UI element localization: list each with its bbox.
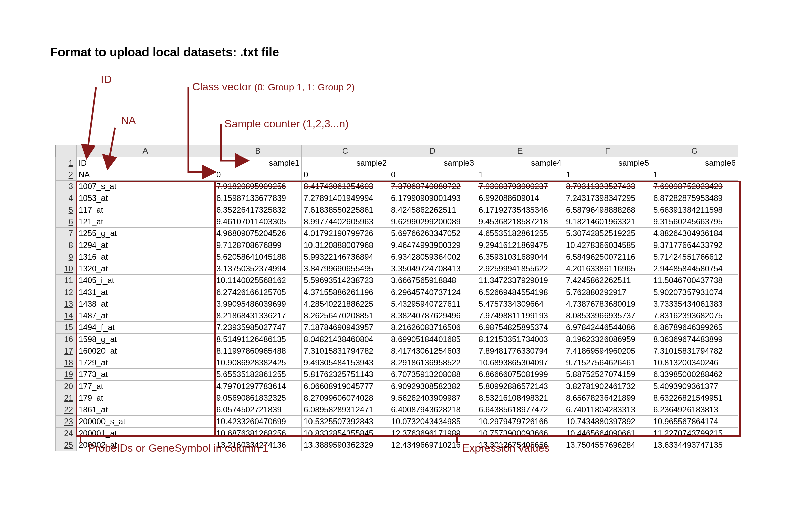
cell[interactable]: 6.0574502721839 <box>214 404 302 416</box>
cell[interactable]: 6.64385618977472 <box>477 404 564 416</box>
cell[interactable]: 3.13750352374994 <box>214 263 302 275</box>
cell[interactable]: 1494_f_at <box>77 322 214 334</box>
cell[interactable]: 9.05690861832325 <box>214 392 302 404</box>
cell[interactable]: 1861_at <box>77 404 214 416</box>
cell[interactable]: 1294_at <box>77 240 214 251</box>
cell[interactable]: 121_at <box>77 216 214 228</box>
cell[interactable]: 0 <box>389 169 477 181</box>
cell[interactable]: 6.97842446544086 <box>564 322 651 334</box>
cell[interactable]: 7.41869594960205 <box>564 345 651 357</box>
cell[interactable]: 3.73335434061383 <box>651 298 738 310</box>
row-number[interactable]: 10 <box>56 263 77 275</box>
cell[interactable]: 5.66391384211598 <box>651 204 738 216</box>
cell[interactable]: 9.45368218587218 <box>477 216 564 228</box>
cell[interactable]: sample3 <box>389 157 477 169</box>
cell[interactable]: 4.79701297783614 <box>214 381 302 392</box>
cell[interactable]: 10.3120888007968 <box>302 240 389 251</box>
row-number[interactable]: 21 <box>56 392 77 404</box>
cell[interactable]: 4.73876783680019 <box>564 298 651 310</box>
cell[interactable]: 6.17990909001493 <box>389 192 477 204</box>
cell[interactable]: 9.71527564626461 <box>564 357 651 369</box>
cell[interactable]: 6.29645740737124 <box>389 286 477 298</box>
cell[interactable]: 3.84799690655495 <box>302 263 389 275</box>
cell[interactable]: 13.6334493747135 <box>651 439 738 451</box>
cell[interactable]: 8.27099606074028 <box>302 392 389 404</box>
cell[interactable]: 6.17192735435346 <box>477 204 564 216</box>
cell[interactable]: 6.86666075081999 <box>477 369 564 381</box>
cell[interactable]: 8.65678236421899 <box>564 392 651 404</box>
cell[interactable]: 1255_g_at <box>77 228 214 240</box>
cell[interactable]: 10.0732043434985 <box>389 416 477 428</box>
cell[interactable]: sample6 <box>651 157 738 169</box>
cell[interactable]: 6.35931031689044 <box>477 251 564 263</box>
cell[interactable]: 6.27426166125705 <box>214 286 302 298</box>
row-number[interactable]: 15 <box>56 322 77 334</box>
cell[interactable]: 3.6667565918848 <box>389 275 477 286</box>
cell[interactable]: 6.90929308582382 <box>389 381 477 392</box>
cell[interactable]: 3.82781902461732 <box>564 381 651 392</box>
cell[interactable]: 1053_at <box>77 192 214 204</box>
cell[interactable]: 0 <box>214 169 302 181</box>
cell[interactable]: 9.56262403909987 <box>389 392 477 404</box>
cell[interactable]: 9.46474993900329 <box>389 240 477 251</box>
row-number[interactable]: 14 <box>56 310 77 322</box>
cell[interactable]: 9.62990299200089 <box>389 216 477 228</box>
cell[interactable]: 6.86789646399265 <box>651 322 738 334</box>
cell[interactable]: 2.94485844580754 <box>651 263 738 275</box>
cell[interactable]: 5.99322146736894 <box>302 251 389 263</box>
cell[interactable]: 8.38240787629496 <box>389 310 477 322</box>
row-number[interactable]: 6 <box>56 216 77 228</box>
cell[interactable]: 160020_at <box>77 345 214 357</box>
cell[interactable]: 10.6876381268256 <box>214 428 302 439</box>
row-number[interactable]: 13 <box>56 298 77 310</box>
cell[interactable]: 1316_at <box>77 251 214 263</box>
cell[interactable]: 5.88752527074159 <box>564 369 651 381</box>
cell[interactable]: 0 <box>302 169 389 181</box>
cell[interactable]: 4.01792190799726 <box>302 228 389 240</box>
row-number[interactable]: 8 <box>56 240 77 251</box>
row-number[interactable]: 12 <box>56 286 77 298</box>
cell[interactable]: 10.4278366034585 <box>564 240 651 251</box>
col-header[interactable]: D <box>389 146 477 157</box>
cell[interactable]: 1487_at <box>77 310 214 322</box>
cell[interactable]: 8.53216108498321 <box>477 392 564 404</box>
cell[interactable]: 6.2364926183813 <box>651 404 738 416</box>
col-header[interactable]: E <box>477 146 564 157</box>
cell[interactable]: 7.23935985027747 <box>214 322 302 334</box>
col-header[interactable]: C <box>302 146 389 157</box>
cell[interactable]: 1598_g_at <box>77 334 214 345</box>
cell[interactable]: 5.81762325751143 <box>302 369 389 381</box>
cell[interactable]: 10.813200340246 <box>651 357 738 369</box>
row-number[interactable]: 5 <box>56 204 77 216</box>
cell[interactable]: 5.4093909361377 <box>651 381 738 392</box>
row-number[interactable]: 3 <box>56 181 77 192</box>
cell[interactable]: 10.5325507392843 <box>302 416 389 428</box>
cell[interactable]: 5.90207357931074 <box>651 286 738 298</box>
cell[interactable]: 7.97498811199193 <box>477 310 564 322</box>
cell[interactable]: 10.4233260470699 <box>214 416 302 428</box>
cell[interactable]: 10.7434880397892 <box>564 416 651 428</box>
cell[interactable]: 10.8332854355845 <box>302 428 389 439</box>
cell[interactable]: 7.31015831794782 <box>302 345 389 357</box>
cell[interactable]: 5.30742852519225 <box>564 228 651 240</box>
cell[interactable]: 6.35226417325832 <box>214 204 302 216</box>
row-number[interactable]: 25 <box>56 439 77 451</box>
cell[interactable]: 8.36369674483899 <box>651 334 738 345</box>
cell[interactable]: 8.41743061254603 <box>389 345 477 357</box>
cell[interactable]: 4.28540221886225 <box>302 298 389 310</box>
cell[interactable]: sample2 <box>302 157 389 169</box>
cell[interactable]: 1 <box>477 169 564 181</box>
row-number[interactable]: 24 <box>56 428 77 439</box>
row-number[interactable]: 23 <box>56 416 77 428</box>
cell[interactable]: 6.08958289312471 <box>302 404 389 416</box>
cell[interactable]: 8.29186136958522 <box>389 357 477 369</box>
cell[interactable]: 9.49305484153943 <box>302 357 389 369</box>
cell[interactable]: sample4 <box>477 157 564 169</box>
cell[interactable]: 6.992088609014 <box>477 192 564 204</box>
cell[interactable]: 4.88264304936184 <box>651 228 738 240</box>
row-number[interactable]: 22 <box>56 404 77 416</box>
cell[interactable]: 4.20163386116965 <box>564 263 651 275</box>
cell[interactable]: 10.9086928382425 <box>214 357 302 369</box>
cell[interactable]: 6.93428059364002 <box>389 251 477 263</box>
cell[interactable]: 7.31015831794782 <box>651 345 738 357</box>
